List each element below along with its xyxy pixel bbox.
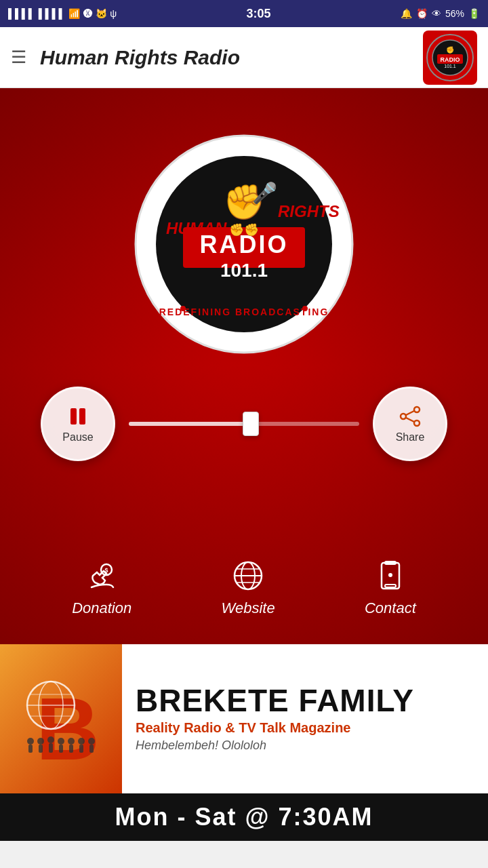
donation-button[interactable]: $ Donation [72, 559, 131, 617]
svg-point-45 [37, 738, 44, 745]
ad-top: B [0, 644, 488, 793]
svg-point-55 [88, 738, 95, 745]
svg-rect-20 [79, 408, 85, 425]
svg-rect-19 [70, 408, 77, 425]
svg-text:$: $ [105, 567, 108, 574]
svg-point-15 [302, 306, 308, 311]
website-icon [231, 559, 265, 593]
svg-text:101.1: 101.1 [444, 64, 456, 68]
svg-rect-35 [385, 585, 396, 587]
ad-subtitle: Reality Radio & TV Talk Magazine [136, 720, 474, 736]
svg-text:RADIO: RADIO [441, 56, 460, 63]
battery-icon: 🔋 [468, 8, 480, 19]
svg-point-36 [388, 573, 392, 577]
website-label: Website [222, 599, 275, 617]
svg-line-24 [406, 411, 414, 415]
contact-icon [373, 559, 407, 593]
svg-point-22 [401, 414, 406, 419]
eye-icon: 👁 [432, 8, 441, 19]
svg-rect-54 [79, 745, 83, 753]
svg-point-23 [414, 420, 420, 426]
main-content: RADIO 101.1 HUMAN RIGHTS REDEFINING BROA… [0, 88, 488, 644]
status-right: 🔔 ⏰ 👁 56% 🔋 [401, 8, 480, 19]
donation-icon: $ [85, 559, 119, 593]
svg-rect-44 [28, 745, 33, 753]
ad-banner: B [0, 644, 488, 841]
svg-point-43 [27, 738, 34, 745]
nav-bar: ☰ Human Rights Radio RADIO 101.1 ✊ [0, 27, 488, 88]
svg-point-51 [68, 738, 75, 745]
clock-icon: ⏰ [416, 8, 428, 19]
website-button[interactable]: Website [222, 559, 275, 617]
share-icon [398, 404, 422, 429]
svg-point-49 [58, 738, 64, 745]
status-left: ▌▌▌▌ ▌▌▌▌ 📶 🅧 🐱 ψ [8, 8, 117, 19]
svg-rect-48 [49, 743, 53, 753]
svg-rect-52 [69, 745, 73, 753]
pause-label: Pause [62, 431, 93, 443]
signal-icon-2: ▌▌▌▌ [39, 8, 66, 19]
ad-text: BREKETE FAMILY Reality Radio & TV Talk M… [122, 644, 488, 793]
ad-title: BREKETE FAMILY [136, 685, 474, 716]
svg-point-53 [78, 738, 85, 745]
svg-text:✊: ✊ [446, 45, 455, 54]
pause-button[interactable]: Pause [41, 387, 115, 461]
svg-rect-50 [59, 745, 63, 753]
svg-point-14 [180, 306, 186, 311]
donation-label: Donation [72, 599, 131, 617]
wifi-icon: 📶 [68, 8, 80, 19]
controls-area: Pause Share [0, 373, 488, 475]
ad-tagline: Hembelembeh! Olololoh [136, 738, 474, 753]
share-label: Share [396, 431, 425, 443]
ad-schedule: Mon - Sat @ 7:30AM [0, 793, 488, 841]
status-bar: ▌▌▌▌ ▌▌▌▌ 📶 🅧 🐱 ψ 3:05 🔔 ⏰ 👁 56% 🔋 [0, 0, 488, 27]
slider-thumb [243, 412, 259, 436]
bottom-nav: $ Donation Website Contac [0, 538, 488, 644]
svg-point-47 [47, 736, 54, 743]
contact-button[interactable]: Contact [365, 559, 416, 617]
pause-icon [66, 404, 90, 429]
time-display: 3:05 [247, 7, 271, 21]
contact-label: Contact [365, 599, 416, 617]
ad-image: B [0, 644, 122, 793]
svg-rect-56 [89, 745, 94, 753]
svg-point-21 [414, 407, 420, 412]
slider-track [129, 422, 359, 426]
svg-line-25 [406, 418, 414, 422]
app-title: Human Rights Radio [40, 46, 240, 69]
svg-rect-46 [39, 745, 43, 753]
svg-text:HUMAN: HUMAN [166, 219, 227, 237]
alarm-icon: 🔔 [401, 8, 412, 19]
app-icons: 🅧 🐱 ψ [83, 8, 117, 19]
radio-logo-container: RADIO 101.1 HUMAN RIGHTS REDEFINING BROA… [115, 108, 373, 366]
share-button[interactable]: Share [373, 387, 447, 461]
menu-button[interactable]: ☰ [11, 47, 26, 68]
volume-slider[interactable] [129, 417, 359, 431]
nav-left: ☰ Human Rights Radio [11, 46, 240, 69]
svg-text:✊✊: ✊✊ [229, 222, 260, 237]
app-logo: RADIO 101.1 ✊ [423, 31, 477, 85]
svg-text:101.1: 101.1 [220, 260, 268, 281]
battery-text: 56% [445, 8, 464, 19]
slider-fill [129, 422, 256, 426]
svg-text:RIGHTS: RIGHTS [278, 202, 340, 220]
signal-icon: ▌▌▌▌ [8, 8, 35, 19]
svg-text:🎤: 🎤 [252, 181, 278, 205]
